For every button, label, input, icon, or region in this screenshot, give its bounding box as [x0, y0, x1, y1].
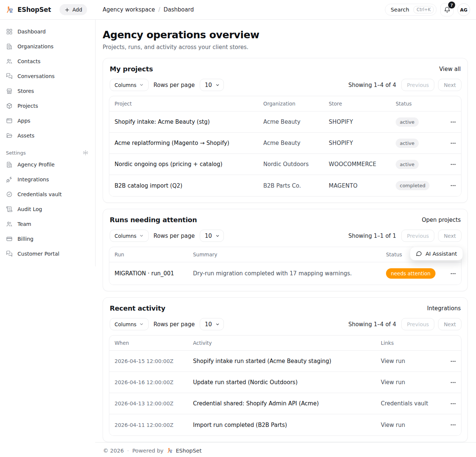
sidebar-item-billing[interactable]: Billing — [6, 231, 92, 246]
view-all-link[interactable]: View all — [439, 66, 461, 72]
table-header-row: When Activity Links — [109, 336, 461, 351]
rows-per-page-select[interactable]: 10 — [200, 230, 224, 242]
settings-gear-button[interactable] — [82, 149, 89, 156]
row-actions-button[interactable] — [448, 138, 459, 149]
runs-title: Runs needing attention — [110, 216, 197, 224]
my-projects-card: My projects View all Columns Rows per pa… — [103, 58, 468, 203]
breadcrumb-agency-workspace[interactable]: Agency workspace — [103, 6, 155, 13]
table-row[interactable]: 2026-04-15 12:00:00Z Shopify intake run … — [109, 351, 461, 372]
notifications-button[interactable]: 7 — [440, 3, 454, 16]
sidebar-item-credentials-vault[interactable]: Credentials vault — [6, 187, 92, 202]
table-row[interactable]: 2026-04-11 12:00:00Z Import run complete… — [109, 414, 461, 435]
sidebar-item-assets[interactable]: Assets — [6, 128, 92, 143]
table-row[interactable]: 2026-04-13 12:00:00Z Credential shared: … — [109, 393, 461, 414]
rows-per-page-select[interactable]: 10 — [200, 318, 224, 330]
activity-link[interactable]: View run — [376, 379, 445, 386]
row-actions-button[interactable] — [448, 398, 459, 409]
storefront-icon — [6, 88, 13, 94]
chat-bubbles-icon — [6, 250, 13, 257]
message-circle-icon — [416, 250, 422, 257]
cart-runner-logo-icon — [6, 6, 14, 14]
rows-per-page-label: Rows per page — [154, 233, 195, 239]
recent-activity-title: Recent activity — [110, 304, 165, 312]
rows-per-page-select[interactable]: 10 — [200, 79, 224, 91]
rows-per-page-label: Rows per page — [154, 321, 195, 328]
table-header-row: Project Organization Store Status — [109, 96, 461, 111]
search-button[interactable]: Search Ctrl+K — [385, 4, 437, 16]
activity-timestamp: 2026-04-15 12:00:00Z — [109, 358, 188, 364]
row-actions-button[interactable] — [448, 377, 459, 388]
table-row[interactable]: MIGRATION · run_001 Dry-run migration co… — [109, 262, 461, 285]
open-projects-link[interactable]: Open projects — [422, 217, 461, 223]
sidebar-item-team[interactable]: Team — [6, 217, 92, 231]
sidebar-item-organizations[interactable]: Organizations — [6, 39, 92, 54]
sidebar-item-agency-profile[interactable]: Agency Profile — [6, 157, 92, 172]
avatar[interactable]: AG — [457, 3, 470, 16]
sidebar-item-customer-portal[interactable]: Customer Portal — [6, 246, 92, 261]
cart-runner-logo-icon — [167, 447, 173, 454]
activity-link[interactable]: View run — [376, 358, 445, 364]
columns-button[interactable]: Columns — [110, 318, 149, 330]
row-actions-button[interactable] — [448, 419, 459, 430]
notification-count-badge: 7 — [448, 1, 455, 9]
previous-button[interactable]: Previous — [401, 318, 434, 330]
showing-range: Showing 1–4 of 4 — [348, 321, 396, 328]
activity-link[interactable]: View run — [376, 422, 445, 428]
powered-by-label: Powered by — [132, 448, 164, 454]
gear-icon — [83, 150, 89, 156]
sidebar: Dashboard Organizations Contacts Convers… — [0, 20, 95, 261]
sidebar-item-contacts[interactable]: Contacts — [6, 54, 92, 69]
breadcrumb-dashboard[interactable]: Dashboard — [164, 6, 194, 13]
store-platform: SHOPIFY — [324, 119, 390, 125]
breadcrumb-separator: / — [158, 6, 160, 13]
brand-logo[interactable]: EShopSet — [6, 6, 51, 14]
dots-horizontal-icon — [450, 270, 456, 277]
dots-horizontal-icon — [450, 161, 456, 168]
ai-assistant-button[interactable]: AI Assistant — [410, 247, 463, 260]
sidebar-item-projects[interactable]: Projects — [6, 98, 92, 113]
next-button[interactable]: Next — [438, 79, 461, 91]
row-actions-button[interactable] — [448, 159, 459, 170]
row-actions-button[interactable] — [448, 268, 459, 279]
columns-button[interactable]: Columns — [110, 79, 149, 91]
brand-zone: EShopSet Add — [0, 0, 95, 19]
add-button[interactable]: Add — [60, 4, 87, 15]
sidebar-item-audit-log[interactable]: Audit Log — [6, 202, 92, 217]
status-badge: active — [396, 139, 419, 148]
header-actions: Search Ctrl+K 7 AG — [385, 3, 476, 16]
organization-name: Acme Beauty — [258, 140, 324, 146]
users-icon — [6, 58, 13, 65]
columns-button[interactable]: Columns — [110, 230, 149, 242]
chevron-down-icon — [139, 322, 144, 327]
sidebar-item-apps[interactable]: Apps — [6, 113, 92, 128]
table-row[interactable]: Shopify intake: Acme Beauty (stg) Acme B… — [109, 111, 461, 133]
app-window-icon — [6, 117, 13, 124]
next-button[interactable]: Next — [438, 318, 461, 330]
store-platform: SHOPIFY — [324, 140, 390, 146]
previous-button[interactable]: Previous — [401, 230, 434, 242]
integrations-link[interactable]: Integrations — [427, 305, 461, 312]
table-row[interactable]: 2026-04-16 12:00:00Z Update run started … — [109, 372, 461, 393]
sidebar-divider — [95, 0, 96, 266]
sidebar-item-conversations[interactable]: Conversations — [6, 69, 92, 84]
table-row[interactable]: B2B catalog import (Q2) B2B Parts Co. MA… — [109, 175, 461, 196]
footer-brand[interactable]: EShopSet — [167, 447, 202, 454]
activity-link[interactable]: Credentials vault — [376, 400, 445, 407]
sidebar-item-dashboard[interactable]: Dashboard — [6, 24, 92, 39]
sidebar-item-integrations[interactable]: Integrations — [6, 172, 92, 187]
activity-description: Credential shared: Shopify Admin API (Ac… — [188, 400, 376, 407]
recent-activity-table: When Activity Links 2026-04-15 12:00:00Z… — [109, 335, 461, 436]
store-platform: MAGENTO — [324, 182, 390, 189]
next-button[interactable]: Next — [438, 230, 461, 242]
table-row[interactable]: Acme replatforming (Magento → Shopify) A… — [109, 133, 461, 154]
rows-per-page-label: Rows per page — [154, 82, 195, 88]
needs-attention-badge: needs attention — [386, 268, 435, 279]
row-actions-button[interactable] — [448, 117, 459, 127]
sidebar-item-stores[interactable]: Stores — [6, 84, 92, 98]
row-actions-button[interactable] — [448, 180, 459, 191]
credit-card-icon — [6, 236, 13, 242]
previous-button[interactable]: Previous — [401, 79, 434, 91]
organization-name: B2B Parts Co. — [258, 182, 324, 189]
table-row[interactable]: Nordic ongoing ops (pricing + catalog) N… — [109, 154, 461, 175]
row-actions-button[interactable] — [448, 356, 459, 367]
